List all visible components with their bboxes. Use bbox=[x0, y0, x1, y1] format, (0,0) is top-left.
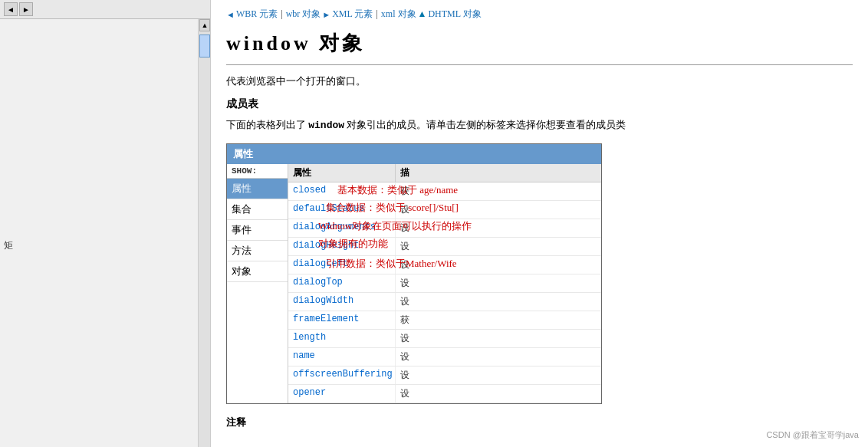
breadcrumb-arrow-1: ◄ bbox=[226, 10, 235, 19]
members-left-nav: SHOW: 属性 集合 事件 方法 对象 bbox=[227, 164, 288, 403]
table-row: offscreenBuffering 设 bbox=[288, 366, 601, 385]
nav-item-property[interactable]: 属性 bbox=[227, 179, 288, 199]
desc-name: 设 bbox=[396, 348, 601, 366]
csdn-watermark: CSDN @跟着宝哥学java bbox=[766, 429, 859, 441]
desc-closed: 获 bbox=[396, 182, 601, 200]
header-property: 属性 bbox=[288, 164, 396, 182]
prop-defaultstatus[interactable]: defaultStatus bbox=[288, 201, 396, 219]
prop-opener[interactable]: opener bbox=[288, 385, 396, 403]
table-row: closed 获 bbox=[288, 182, 601, 201]
desc-defaultstatus: 设 bbox=[396, 201, 601, 219]
prop-closed[interactable]: closed bbox=[288, 182, 396, 200]
nav-item-object[interactable]: 对象 bbox=[227, 261, 288, 282]
breadcrumb-sep-1: | bbox=[281, 8, 282, 20]
breadcrumb: ◄ WBR 元素 | wbr 对象 ► XML 元素 | xml 对象 ▲ DH… bbox=[226, 8, 853, 21]
sidebar-forward-button[interactable]: ► bbox=[19, 2, 33, 16]
desc-dialogheight: 设 bbox=[396, 238, 601, 255]
section-description: 下面的表格列出了 window 对象引出的成员。请单击左侧的标签来选择你想要查看… bbox=[226, 117, 853, 134]
prop-dialogwidth[interactable]: dialogWidth bbox=[288, 293, 396, 311]
table-row: dialogArguments 设 bbox=[288, 219, 601, 238]
table-row: dialogWidth 设 bbox=[288, 293, 601, 311]
table-row: name 设 bbox=[288, 348, 601, 366]
prop-dialogheight[interactable]: dialogHeight bbox=[288, 238, 396, 255]
table-row: dialogLeft 设 bbox=[288, 256, 601, 274]
sidebar-nav-buttons: ◄ ► bbox=[0, 0, 210, 19]
show-label: SHOW: bbox=[227, 164, 288, 179]
table-row: frameElement 获 bbox=[288, 311, 601, 330]
desc-dialogleft: 设 bbox=[396, 256, 601, 274]
sidebar-scrollbar-track: ▲ bbox=[198, 19, 210, 447]
sidebar: ◄ ► ▲ 矩 bbox=[0, 0, 211, 447]
breadcrumb-xml-element[interactable]: XML 元素 bbox=[332, 8, 373, 21]
members-table-body: SHOW: 属性 集合 事件 方法 对象 属性 描 closed bbox=[227, 164, 601, 403]
sidebar-scrollbar-thumb[interactable] bbox=[199, 35, 210, 58]
prop-dialogtop[interactable]: dialogTop bbox=[288, 274, 396, 292]
section-desc-prefix: 下面的表格列出了 bbox=[226, 119, 306, 130]
prop-dialogleft[interactable]: dialogLeft bbox=[288, 256, 396, 274]
page-title: window 对象 bbox=[226, 30, 853, 57]
members-table: 属性 SHOW: 属性 集合 事件 方法 对象 属性 描 bbox=[226, 143, 602, 404]
sidebar-scroll-up-button[interactable]: ▲ bbox=[199, 19, 210, 31]
breadcrumb-xml-object[interactable]: xml 对象 bbox=[381, 8, 416, 21]
prop-frameelement[interactable]: frameElement bbox=[288, 311, 396, 329]
breadcrumb-wbr-object[interactable]: wbr 对象 bbox=[286, 8, 321, 21]
breadcrumb-arrow-2: ► bbox=[322, 10, 330, 19]
nav-item-method[interactable]: 方法 bbox=[227, 241, 288, 261]
members-right-content: 属性 描 closed 获 defaultStatus 设 dialogArgu… bbox=[288, 164, 601, 403]
desc-frameelement: 获 bbox=[396, 311, 601, 329]
table-row: dialogHeight 设 bbox=[288, 238, 601, 256]
desc-opener: 设 bbox=[396, 385, 601, 403]
nav-item-event[interactable]: 事件 bbox=[227, 220, 288, 241]
table-row: dialogTop 设 bbox=[288, 274, 601, 293]
section-title: 成员表 bbox=[226, 97, 853, 111]
breadcrumb-dhtml-object[interactable]: DHTML 对象 bbox=[428, 8, 481, 21]
table-row: opener 设 bbox=[288, 385, 601, 403]
main-content: ◄ WBR 元素 | wbr 对象 ► XML 元素 | xml 对象 ▲ DH… bbox=[211, 0, 868, 447]
breadcrumb-sep-2: | bbox=[376, 8, 377, 20]
desc-dialogtop: 设 bbox=[396, 274, 601, 292]
prop-offscreenbuffering[interactable]: offscreenBuffering bbox=[288, 366, 396, 384]
desc-offscreenbuffering: 设 bbox=[396, 366, 601, 384]
members-right-header: 属性 描 bbox=[288, 164, 601, 182]
prop-length[interactable]: length bbox=[288, 330, 396, 347]
sidebar-scroll-area: ▲ 矩 bbox=[0, 19, 210, 447]
footer-label: 注释 bbox=[226, 416, 853, 429]
breadcrumb-arrow-3: ▲ bbox=[418, 8, 427, 20]
desc-dialogarguments: 设 bbox=[396, 219, 601, 237]
page-description: 代表浏览器中一个打开的窗口。 bbox=[226, 74, 853, 88]
desc-length: 设 bbox=[396, 330, 601, 347]
prop-dialogarguments[interactable]: dialogArguments bbox=[288, 219, 396, 237]
table-row: defaultStatus 设 bbox=[288, 201, 601, 219]
sidebar-back-button[interactable]: ◄ bbox=[4, 2, 18, 16]
desc-dialogwidth: 设 bbox=[396, 293, 601, 311]
title-divider bbox=[226, 64, 853, 65]
section-desc-code: window bbox=[308, 120, 344, 131]
members-table-header: 属性 bbox=[227, 144, 601, 164]
breadcrumb-wbr-element[interactable]: WBR 元素 bbox=[236, 8, 278, 21]
header-desc: 描 bbox=[396, 164, 601, 182]
members-table-area: 属性 SHOW: 属性 集合 事件 方法 对象 属性 描 bbox=[226, 143, 853, 404]
table-row: length 设 bbox=[288, 330, 601, 348]
section-desc-suffix: 对象引出的成员。请单击左侧的标签来选择你想要查看的成员类 bbox=[347, 119, 626, 130]
nav-item-collection[interactable]: 集合 bbox=[227, 199, 288, 220]
prop-name[interactable]: name bbox=[288, 348, 396, 366]
